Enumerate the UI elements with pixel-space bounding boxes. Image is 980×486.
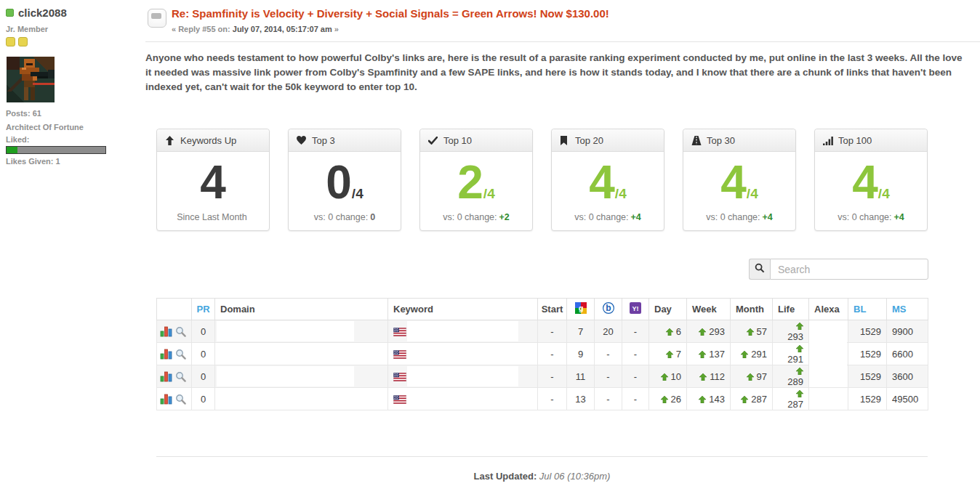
magnifier-icon[interactable]: [175, 371, 186, 382]
stat-card-top-30: Top 30 4/4 vs: 0 change:+4: [683, 129, 796, 231]
column-header-actions[interactable]: [157, 299, 192, 320]
up-arrow-icon: [699, 349, 706, 360]
week-change-cell: 293: [687, 320, 731, 343]
stat-card-footer: vs: 0 change:+4: [552, 212, 664, 222]
stat-card-label: Top 20: [575, 135, 603, 146]
column-header-start[interactable]: Start: [538, 299, 567, 320]
pr-cell: 0: [192, 320, 215, 343]
stat-card-value: 4/4: [683, 155, 795, 209]
stat-card-label: Top 10: [443, 135, 472, 146]
stat-card-header: Top 20: [552, 129, 664, 152]
stat-card-footer: vs: 0 change:0: [289, 212, 401, 222]
stat-total: /4: [747, 186, 758, 202]
ms-cell: 6600: [887, 343, 928, 365]
bing-rank-cell: -: [595, 343, 622, 365]
week-change-cell: 137: [687, 343, 731, 365]
column-header-domain[interactable]: Domain: [215, 299, 388, 320]
barchart-icon[interactable]: [160, 325, 172, 337]
column-header-alexa[interactable]: Alexa: [809, 299, 848, 320]
google-rank-cell: 9: [567, 343, 595, 365]
row-actions-cell: [157, 343, 192, 365]
stat-footer-text: vs: 0 change:: [314, 212, 368, 222]
stat-card-value: 0/4: [289, 155, 401, 209]
day-change-cell: 7: [649, 343, 687, 365]
search-input[interactable]: [770, 259, 928, 280]
keyword-redaction: [407, 321, 518, 341]
post-title-link[interactable]: Re: Spamfinity is Velocity + Diversity +…: [172, 7, 971, 20]
column-header-day[interactable]: Day: [649, 299, 687, 320]
keyword-redaction: [407, 344, 518, 364]
column-header-month[interactable]: Month: [731, 299, 773, 320]
yahoo-icon[interactable]: Y!: [622, 299, 649, 320]
column-header-bl[interactable]: BL: [848, 299, 887, 320]
stat-card-keywords-up: Keywords Up 4 Since Last Month: [156, 129, 270, 231]
post-body: Anyone who needs testament to how powerf…: [145, 51, 969, 94]
barchart-icon[interactable]: [160, 370, 172, 382]
google-rank-cell: 11: [567, 365, 595, 388]
bing-rank-cell: -: [595, 365, 622, 388]
week-change-cell: 143: [687, 388, 731, 410]
stat-card-header: Keywords Up: [157, 129, 269, 152]
stat-card-footer: vs: 0 change:+4: [683, 212, 795, 222]
stat-card-value: 4/4: [552, 155, 664, 209]
yahoo-rank-cell: -: [622, 365, 649, 388]
magnifier-icon[interactable]: [175, 326, 186, 337]
stat-card-header: Top 10: [420, 129, 532, 152]
column-header-pr[interactable]: PR: [192, 299, 215, 320]
column-header-ms[interactable]: MS: [887, 299, 928, 320]
us-flag-icon: [393, 328, 406, 336]
keyword-cell: [388, 365, 538, 388]
barchart-icon[interactable]: [160, 393, 172, 405]
signal-icon: [823, 136, 833, 145]
membergroup-stars: [6, 37, 28, 46]
life-change-cell: 287: [773, 388, 809, 410]
column-header-life[interactable]: Life: [773, 299, 809, 320]
svg-text:b: b: [606, 303, 611, 313]
barchart-icon[interactable]: [160, 348, 172, 360]
stat-change: +4: [763, 212, 773, 222]
liked-label: Liked:: [6, 135, 29, 144]
google-icon[interactable]: g: [567, 299, 595, 320]
star-icon: [18, 37, 28, 46]
life-change-cell: 293: [773, 320, 809, 343]
stat-value: 4: [200, 159, 226, 206]
bookmark-icon: [560, 136, 570, 145]
start-cell: -: [538, 388, 567, 410]
online-status-icon: [6, 9, 14, 17]
up-arrow-icon: [741, 349, 748, 360]
google-rank-cell: 7: [567, 320, 595, 343]
day-change-cell: 10: [649, 365, 687, 388]
road-icon: [691, 136, 702, 145]
day-change-cell: 6: [649, 320, 687, 343]
svg-text:g: g: [578, 304, 583, 312]
last-updated: Last Updated: Jul 06 (10:36pm): [156, 471, 928, 482]
magnifier-icon[interactable]: [175, 394, 186, 405]
stat-total: /4: [352, 186, 364, 202]
reply-info: « Reply #55 on: July 07, 2014, 05:17:07 …: [172, 25, 339, 33]
pr-cell: 0: [192, 365, 215, 388]
day-change-cell: 26: [649, 388, 687, 410]
bl-cell: 1529: [848, 343, 887, 365]
up-arrow-icon: [796, 343, 803, 354]
stat-card-top-100: Top 100 4/4 vs: 0 change:+4: [814, 129, 928, 231]
pr-cell: 0: [192, 343, 215, 365]
up-arrow-icon: [741, 394, 748, 405]
yahoo-rank-cell: -: [622, 388, 649, 410]
up-arrow-icon: [747, 371, 754, 382]
likes-given: Likes Given: 1: [6, 157, 60, 166]
stat-change: +2: [499, 212, 510, 222]
start-cell: -: [538, 343, 567, 365]
footer-divider: [156, 456, 928, 457]
up-arrow-icon: [796, 365, 803, 376]
column-header-keyword[interactable]: Keyword: [388, 299, 538, 320]
bing-icon[interactable]: b: [595, 299, 622, 320]
stat-footer-text: vs: 0 change:: [838, 212, 891, 222]
reply-date: July 07, 2014, 05:17:07 am: [233, 25, 332, 33]
username-link[interactable]: click2088: [18, 7, 67, 19]
start-cell: -: [538, 365, 567, 388]
domain-cell: [215, 388, 388, 410]
domain-redaction: [217, 366, 354, 386]
magnifier-icon[interactable]: [175, 349, 186, 360]
up-arrow-icon: [661, 394, 668, 405]
column-header-week[interactable]: Week: [687, 299, 731, 320]
